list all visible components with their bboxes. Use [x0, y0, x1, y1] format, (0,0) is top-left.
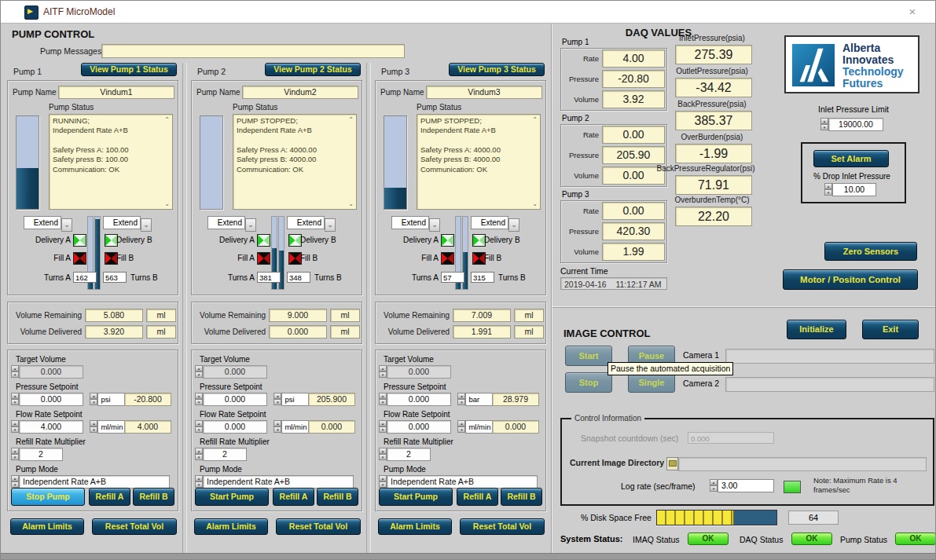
refill-multiplier-input[interactable]: 2 — [203, 448, 247, 461]
reset-total-vol-button[interactable]: Reset Total Vol — [276, 518, 361, 535]
turns-a-input[interactable]: 162 — [73, 272, 97, 283]
refill-a-button[interactable]: Refill A — [89, 488, 130, 506]
spinner-icon[interactable] — [273, 420, 281, 434]
pump-mode-select[interactable]: Independent Rate A+B — [203, 475, 354, 489]
initialize-button[interactable]: Initialize — [787, 320, 846, 339]
flow-rate-input[interactable]: 4.000 — [19, 420, 83, 434]
reset-total-vol-button[interactable]: Reset Total Vol — [460, 518, 545, 535]
turns-b-input[interactable]: 315 — [471, 272, 494, 283]
reset-total-vol-button[interactable]: Reset Total Vol — [92, 518, 177, 535]
pump-messages-field[interactable] — [101, 44, 405, 58]
target-volume-input[interactable]: 0.000 — [19, 365, 83, 379]
flow-rate-input[interactable]: 0.000 — [203, 420, 267, 434]
turns-a-input[interactable]: 381 — [257, 272, 281, 283]
spinner-icon[interactable] — [11, 365, 19, 379]
spinner-icon[interactable] — [379, 393, 387, 406]
extend-a-value[interactable]: Extend — [391, 216, 429, 229]
start-stop-pump-button[interactable]: Stop Pump — [11, 488, 85, 506]
extend-b-select[interactable]: Extend — [471, 216, 519, 229]
pump-name-field[interactable]: Vindum3 — [426, 86, 542, 99]
spinner-icon[interactable] — [457, 420, 465, 434]
inlet-pressure-limit-input[interactable]: 19000.00 — [828, 118, 883, 131]
alarm-limits-button[interactable]: Alarm Limits — [10, 518, 84, 535]
spinner-icon[interactable] — [11, 393, 19, 406]
pump-name-field[interactable]: Vindum1 — [58, 86, 174, 99]
start-capture-button[interactable]: Start — [565, 346, 612, 366]
extend-a-select[interactable]: Extend — [24, 216, 72, 229]
refill-b-button[interactable]: Refill B — [501, 488, 542, 506]
chevron-down-icon[interactable] — [508, 218, 519, 232]
pressure-setpoint-input[interactable]: 0.000 — [387, 393, 451, 406]
refill-b-button[interactable]: Refill B — [133, 488, 174, 506]
target-volume-input[interactable]: 0.000 — [387, 365, 451, 379]
zero-sensors-button[interactable]: Zero Sensors — [824, 242, 917, 261]
spinner-icon[interactable] — [90, 393, 97, 406]
chevron-down-icon[interactable] — [245, 218, 256, 232]
refill-b-button[interactable]: Refill B — [317, 488, 358, 506]
view-pump-status-button[interactable]: View Pump 2 Status — [265, 63, 361, 76]
pressure-setpoint-input[interactable]: 0.000 — [203, 393, 267, 406]
folder-browse-icon[interactable] — [666, 457, 678, 470]
scroll-down-icon[interactable] — [163, 200, 171, 207]
extend-b-value[interactable]: Extend — [103, 216, 141, 229]
extend-a-value[interactable]: Extend — [24, 216, 61, 229]
spinner-icon[interactable] — [273, 393, 281, 406]
scroll-down-icon[interactable] — [347, 200, 354, 207]
spinner-icon[interactable] — [11, 448, 19, 461]
extend-b-value[interactable]: Extend — [471, 216, 508, 229]
spinner-icon[interactable] — [457, 393, 465, 406]
scroll-up-icon[interactable] — [531, 116, 538, 123]
spinner-icon[interactable] — [379, 420, 387, 434]
flow-rate-input[interactable]: 0.000 — [387, 420, 451, 434]
scroll-down-icon[interactable] — [531, 200, 538, 207]
spinner-icon[interactable] — [195, 393, 203, 406]
extend-b-value[interactable]: Extend — [287, 216, 325, 229]
motor-position-control-button[interactable]: Motor / Positon Control — [783, 269, 918, 290]
image-directory-field[interactable] — [678, 457, 927, 471]
scroll-up-icon[interactable] — [347, 116, 354, 123]
spinner-icon[interactable] — [195, 420, 203, 434]
extend-b-select[interactable]: Extend — [287, 216, 336, 229]
alarm-limits-button[interactable]: Alarm Limits — [378, 518, 452, 535]
pump-mode-select[interactable]: Independent Rate A+B — [19, 475, 170, 489]
scroll-up-icon[interactable] — [163, 116, 171, 123]
extend-a-select[interactable]: Extend — [391, 216, 440, 229]
pump-mode-select[interactable]: Independent Rate A+B — [387, 475, 538, 489]
spinner-icon[interactable] — [379, 448, 387, 461]
spinner-icon[interactable] — [379, 365, 387, 379]
close-icon[interactable] — [905, 5, 919, 19]
exit-button[interactable]: Exit — [862, 320, 919, 339]
spinner-icon[interactable] — [11, 420, 19, 434]
turns-a-input[interactable]: 57 — [441, 272, 464, 283]
set-alarm-button[interactable]: Set Alarm — [813, 150, 889, 167]
chevron-down-icon[interactable] — [325, 218, 336, 232]
pressure-setpoint-input[interactable]: 0.000 — [19, 393, 83, 406]
spinner-icon[interactable] — [11, 475, 19, 489]
turns-b-input[interactable]: 563 — [103, 272, 127, 283]
extend-a-value[interactable]: Extend — [207, 216, 245, 229]
extend-a-select[interactable]: Extend — [207, 216, 256, 229]
drop-inlet-pressure-input[interactable]: 10.00 — [832, 183, 876, 196]
stop-capture-button[interactable]: Stop — [565, 372, 612, 393]
view-pump-status-button[interactable]: View Pump 3 Status — [449, 63, 545, 76]
chevron-down-icon[interactable] — [429, 218, 440, 232]
chevron-down-icon[interactable] — [61, 218, 72, 232]
spinner-icon[interactable] — [820, 118, 828, 131]
target-volume-input[interactable]: 0.000 — [203, 365, 267, 379]
spinner-icon[interactable] — [195, 448, 203, 461]
spinner-icon[interactable] — [195, 365, 203, 379]
refill-multiplier-input[interactable]: 2 — [19, 448, 63, 461]
chevron-down-icon[interactable] — [141, 218, 152, 232]
refill-a-button[interactable]: Refill A — [273, 488, 314, 506]
refill-multiplier-input[interactable]: 2 — [387, 448, 431, 461]
alarm-limits-button[interactable]: Alarm Limits — [194, 518, 268, 535]
log-rate-input[interactable]: 3.00 — [718, 479, 774, 492]
refill-a-button[interactable]: Refill A — [457, 488, 498, 506]
start-stop-pump-button[interactable]: Start Pump — [379, 488, 453, 506]
pump-name-field[interactable]: Vindum2 — [242, 86, 358, 99]
start-stop-pump-button[interactable]: Start Pump — [195, 488, 269, 506]
view-pump-status-button[interactable]: View Pump 1 Status — [81, 63, 177, 76]
turns-b-input[interactable]: 348 — [287, 272, 310, 283]
spinner-icon[interactable] — [90, 420, 97, 434]
spinner-icon[interactable] — [195, 475, 203, 489]
